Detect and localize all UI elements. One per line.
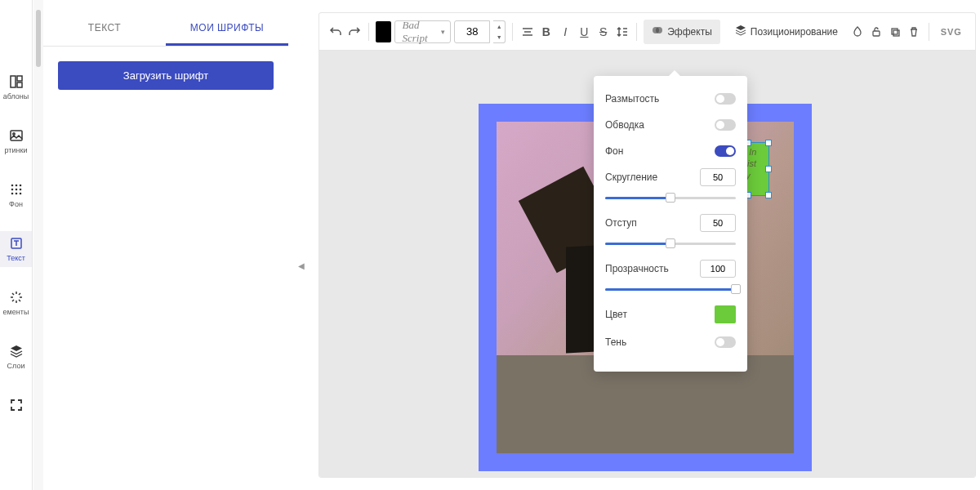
undo-button[interactable] [327, 21, 343, 42]
delete-button[interactable] [906, 21, 922, 42]
side-panel: ТЕКСТ МОИ ШРИФТЫ Загрузить шрифт [43, 12, 288, 478]
svg-point-11 [11, 193, 13, 195]
resize-handle[interactable] [765, 192, 772, 198]
rail-elements[interactable]: ементы [0, 285, 32, 321]
line-height-button[interactable] [614, 21, 630, 42]
fullscreen-icon [9, 398, 24, 412]
redo-button[interactable] [346, 21, 362, 42]
rail-text[interactable]: Текст [0, 231, 32, 267]
font-family-select[interactable]: Bad Script [394, 20, 451, 43]
effects-dropdown: Размытость Обводка Фон Скругление Отступ [594, 76, 747, 372]
svg-rect-17 [873, 31, 880, 36]
svg-rect-2 [17, 82, 22, 87]
positioning-label: Позиционирование [751, 26, 838, 38]
fx-stroke-label: Обводка [605, 119, 644, 131]
fx-opacity-input[interactable] [700, 260, 736, 278]
separator [512, 23, 513, 41]
fx-shadow-label: Тень [605, 336, 626, 348]
rail-label: Фон [9, 200, 23, 208]
collapse-panel-handle[interactable]: ◀ [296, 257, 307, 274]
underline-button[interactable]: U [577, 21, 592, 42]
fx-opacity-label: Прозрачность [605, 263, 669, 274]
effects-button[interactable]: Эффекты [644, 20, 720, 44]
align-button[interactable] [519, 21, 535, 42]
effects-label: Эффекты [667, 26, 712, 38]
panel-tabs: ТЕКСТ МОИ ШРИФТЫ [43, 12, 288, 47]
layers-icon [735, 24, 746, 38]
rail-label: Текст [7, 254, 25, 262]
rail-images[interactable]: ртинки [0, 123, 32, 159]
positioning-button[interactable]: Позиционирование [727, 20, 846, 44]
svg-point-16 [656, 27, 662, 33]
resize-handle[interactable] [765, 140, 772, 146]
canvas[interactable]: ty In mist y Размытость Обводка [319, 51, 975, 477]
rail-label: аблоны [3, 92, 29, 100]
svg-point-13 [19, 193, 21, 195]
rail-label: ементы [3, 308, 29, 316]
rail-layers[interactable]: Слои [0, 339, 32, 375]
text-color-swatch[interactable] [376, 21, 391, 42]
svg-point-9 [15, 189, 17, 191]
svg-rect-18 [892, 29, 898, 34]
svg-export-button[interactable]: SVG [941, 27, 962, 37]
resize-handle[interactable] [765, 166, 772, 172]
scrollbar[interactable] [33, 0, 43, 490]
grid-icon [9, 182, 24, 197]
rail-label: ртинки [5, 146, 28, 154]
fx-opacity-slider[interactable] [605, 283, 736, 295]
duplicate-button[interactable] [887, 21, 902, 42]
elements-icon [9, 290, 24, 305]
fx-bg-toggle[interactable] [715, 145, 736, 157]
italic-button[interactable]: I [558, 21, 573, 42]
templates-icon [9, 74, 24, 89]
tool-rail: аблоны ртинки Фон Текст ементы Слои [0, 0, 33, 490]
effects-icon [652, 24, 663, 38]
fx-stroke-toggle[interactable] [715, 119, 736, 131]
svg-point-5 [11, 185, 13, 187]
font-size-input[interactable] [454, 20, 490, 43]
fx-color-chip[interactable] [715, 305, 736, 323]
svg-rect-3 [11, 131, 22, 140]
fx-radius-slider[interactable] [605, 192, 736, 203]
separator [929, 23, 929, 41]
svg-point-7 [19, 185, 21, 187]
svg-point-4 [12, 133, 14, 135]
rail-fullscreen[interactable] [0, 393, 32, 417]
fx-bg-label: Фон [605, 145, 623, 157]
svg-point-12 [15, 193, 17, 195]
svg-point-8 [11, 189, 13, 191]
step-up-icon[interactable]: ▲ [493, 21, 505, 32]
svg-rect-19 [893, 30, 899, 36]
font-size-steppers[interactable]: ▲▼ [493, 20, 506, 43]
fx-padding-input[interactable] [700, 214, 736, 232]
step-down-icon[interactable]: ▼ [493, 32, 505, 42]
text-icon [9, 236, 24, 251]
lock-button[interactable] [868, 21, 884, 42]
top-toolbar: Bad Script ▲▼ B I U S Эффекты Позиционир… [319, 13, 975, 51]
rail-label: Слои [7, 362, 25, 370]
bold-button[interactable]: B [538, 21, 554, 42]
svg-rect-1 [17, 76, 22, 81]
fx-radius-input[interactable] [700, 168, 736, 186]
tab-my-fonts[interactable]: МОИ ШРИФТЫ [166, 12, 288, 46]
fx-padding-label: Отступ [605, 217, 637, 229]
fx-blur-label: Размытость [605, 93, 659, 105]
editor-area: Bad Script ▲▼ B I U S Эффекты Позиционир… [318, 12, 976, 478]
rail-templates[interactable]: аблоны [0, 69, 32, 105]
fx-color-label: Цвет [605, 309, 627, 320]
opacity-button[interactable] [849, 21, 865, 42]
svg-rect-0 [11, 76, 16, 87]
svg-point-10 [19, 189, 21, 191]
layers-icon [9, 344, 24, 359]
separator [368, 23, 369, 41]
upload-font-button[interactable]: Загрузить шрифт [58, 61, 274, 90]
fx-shadow-toggle[interactable] [715, 336, 736, 348]
separator [636, 23, 637, 41]
fx-blur-toggle[interactable] [715, 93, 736, 105]
strikethrough-button[interactable]: S [595, 21, 611, 42]
fx-radius-label: Скругление [605, 172, 657, 183]
tab-text[interactable]: ТЕКСТ [43, 12, 166, 46]
fx-padding-slider[interactable] [605, 238, 736, 249]
rail-background[interactable]: Фон [0, 177, 32, 213]
svg-point-6 [15, 185, 17, 187]
